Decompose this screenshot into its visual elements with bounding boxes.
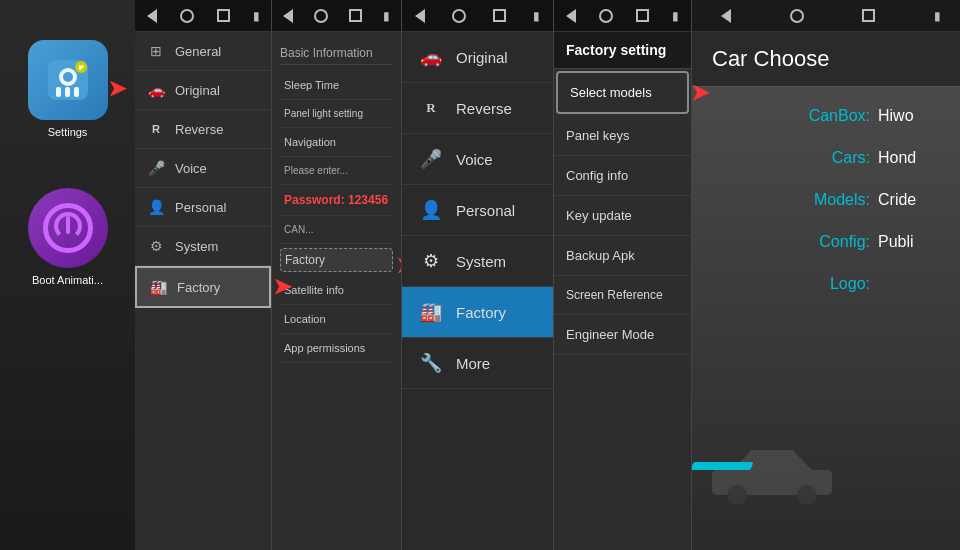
- arrow-1: ➤: [108, 76, 126, 102]
- main-menu-personal[interactable]: 👤 Personal: [402, 185, 553, 236]
- menu-voice[interactable]: 🎤 Voice: [135, 149, 271, 188]
- cars-row[interactable]: Cars: Hond: [800, 149, 960, 167]
- boot-app-wrapper[interactable]: Boot Animati...: [28, 188, 108, 286]
- home-icon[interactable]: [180, 9, 194, 23]
- person-icon: 👤: [147, 198, 165, 216]
- models-row[interactable]: Models: Cride: [800, 191, 960, 209]
- main-menu-voice[interactable]: 🎤 Voice: [402, 134, 553, 185]
- menu-general-label: General: [175, 44, 221, 59]
- nav-bar-2: ▮: [135, 0, 271, 32]
- nav-bar-5: ▮: [554, 0, 691, 32]
- back-icon-6[interactable]: [721, 9, 731, 23]
- factory-engineer-mode[interactable]: Engineer Mode: [554, 315, 691, 355]
- factory-highlight-label: Factory: [285, 253, 325, 267]
- menu-reverse-label: Reverse: [175, 122, 223, 137]
- factory-backup-apk[interactable]: Backup Apk: [554, 236, 691, 276]
- app-launcher-panel: Settings ➤ Boot Animati...: [0, 0, 135, 550]
- main-original-label: Original: [456, 49, 508, 66]
- main-menu-reverse[interactable]: R Reverse: [402, 83, 553, 134]
- signal-icon: ▮: [253, 9, 260, 23]
- home-icon-4[interactable]: [452, 9, 466, 23]
- arrow-2: ➤: [273, 274, 291, 300]
- factory-screen-ref[interactable]: Screen Reference: [554, 276, 691, 315]
- password-prompt[interactable]: Please enter...: [280, 157, 393, 185]
- signal-icon-3: ▮: [383, 9, 390, 23]
- main-menu-more[interactable]: 🔧 More: [402, 338, 553, 389]
- car-icon: 🚗: [147, 81, 165, 99]
- settings-app-icon[interactable]: [28, 40, 108, 120]
- menu-factory[interactable]: 🏭 Factory ➤: [135, 266, 271, 308]
- factory-key-update[interactable]: Key update: [554, 196, 691, 236]
- satellite-item[interactable]: Satellite info: [280, 276, 393, 305]
- home-icon-3[interactable]: [314, 9, 328, 23]
- factory-panel-keys[interactable]: Panel keys: [554, 116, 691, 156]
- factory-settings-panel: ▮ Factory setting Select models ➤ Panel …: [554, 0, 692, 550]
- svg-point-10: [727, 485, 747, 505]
- main-menu-factory[interactable]: 🏭 Factory: [402, 287, 553, 338]
- settings-app-label: Settings: [48, 126, 88, 138]
- factory-select-models[interactable]: Select models ➤: [556, 71, 689, 114]
- sleep-time-item[interactable]: Sleep Time: [280, 71, 393, 100]
- password-text: Password: 123456: [284, 193, 388, 207]
- menu-personal-label: Personal: [175, 200, 226, 215]
- back-icon[interactable]: [147, 9, 157, 23]
- panel-light-item[interactable]: Panel light setting: [280, 100, 393, 128]
- password-value: Password: 123456: [280, 185, 393, 216]
- main-personal-label: Personal: [456, 202, 515, 219]
- power-circle-icon: [43, 203, 93, 253]
- basic-info-panel: ▮ Basic Information Sleep Time Panel lig…: [272, 0, 402, 550]
- models-label: Models:: [800, 191, 870, 209]
- recent-icon-6[interactable]: [862, 9, 875, 22]
- main-more-label: More: [456, 355, 490, 372]
- home-icon-6[interactable]: [790, 9, 804, 23]
- main-reverse-label: Reverse: [456, 100, 512, 117]
- main-reverse-icon: R: [418, 95, 444, 121]
- location-item[interactable]: Location: [280, 305, 393, 334]
- recent-icon-5[interactable]: [636, 9, 649, 22]
- factory-config-info[interactable]: Config info: [554, 156, 691, 196]
- app-permissions-item[interactable]: App permissions: [280, 334, 393, 363]
- main-factory-icon: 🏭: [418, 299, 444, 325]
- recent-icon-4[interactable]: [493, 9, 506, 22]
- config-row[interactable]: Config: Publi: [800, 233, 960, 251]
- back-icon-4[interactable]: [415, 9, 425, 23]
- car-info-background: CanBox: Hiwo Cars: Hond Models: Cride Co…: [692, 87, 960, 550]
- menu-personal[interactable]: 👤 Personal: [135, 188, 271, 227]
- menu-general[interactable]: ⊞ General: [135, 32, 271, 71]
- record-item[interactable]: CAN...: [280, 216, 393, 244]
- recent-icon-3[interactable]: [349, 9, 362, 22]
- navigation-item[interactable]: Navigation: [280, 128, 393, 157]
- nav-bar-4: ▮: [402, 0, 553, 32]
- main-mic-icon: 🎤: [418, 146, 444, 172]
- grid-icon: ⊞: [147, 42, 165, 60]
- nav-bar-3: ▮: [272, 0, 401, 32]
- menu-reverse[interactable]: R Reverse: [135, 110, 271, 149]
- main-wrench-icon: 🔧: [418, 350, 444, 376]
- home-icon-5[interactable]: [599, 9, 613, 23]
- main-system-label: System: [456, 253, 506, 270]
- settings-sidebar: ▮ ⊞ General 🚗 Original R Reverse 🎤 Voice…: [135, 0, 272, 550]
- config-value: Publi: [878, 233, 914, 251]
- canbox-row[interactable]: CanBox: Hiwo: [800, 107, 960, 125]
- logo-row[interactable]: Logo:: [800, 275, 960, 293]
- menu-original[interactable]: 🚗 Original: [135, 71, 271, 110]
- factory-highlight-item[interactable]: Factory ➤: [280, 248, 393, 272]
- recent-icon[interactable]: [217, 9, 230, 22]
- settings-app-wrapper[interactable]: Settings ➤: [28, 40, 108, 138]
- nav-bar-6: ▮: [692, 0, 960, 32]
- back-icon-5[interactable]: [566, 9, 576, 23]
- menu-system[interactable]: ⚙ System: [135, 227, 271, 266]
- main-menu-system[interactable]: ⚙ System: [402, 236, 553, 287]
- menu-system-label: System: [175, 239, 218, 254]
- back-icon-3[interactable]: [283, 9, 293, 23]
- main-menu-original[interactable]: 🚗 Original: [402, 32, 553, 83]
- logo-label: Logo:: [800, 275, 870, 293]
- boot-app-icon[interactable]: [28, 188, 108, 268]
- canbox-value: Hiwo: [878, 107, 914, 125]
- main-person-icon: 👤: [418, 197, 444, 223]
- main-voice-label: Voice: [456, 151, 493, 168]
- svg-rect-3: [56, 87, 61, 97]
- system-gear-icon: ⚙: [147, 237, 165, 255]
- car-choose-panel: ▮ Car Choose CanBox: Hiwo Cars: Hond Mod…: [692, 0, 960, 550]
- signal-icon-6: ▮: [934, 9, 941, 23]
